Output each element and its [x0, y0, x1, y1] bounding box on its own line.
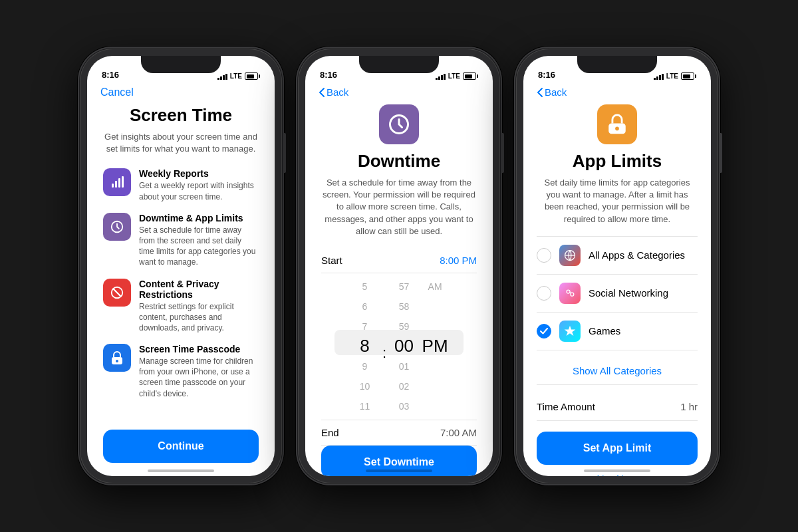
radio-all-apps[interactable]: [537, 248, 551, 263]
svg-point-11: [615, 127, 619, 131]
picker-hours[interactable]: 5 6 7 8 9 10 11: [350, 277, 380, 416]
all-apps-label: All Apps & Categories: [589, 249, 685, 261]
picker-min-00: 00: [394, 337, 414, 356]
all-apps-icon: [559, 245, 581, 266]
picker-pm: PM: [422, 337, 448, 356]
phone-screen-time: 8:16 LTE Cancel Screen Time Get insights…: [78, 47, 284, 485]
downtime-large-icon: [379, 104, 419, 144]
picker-min-57: 57: [399, 277, 410, 296]
phone-screen-3: 8:16 LTE Back: [523, 56, 711, 476]
svg-point-14: [567, 290, 570, 293]
home-indicator-2: [366, 469, 432, 472]
start-label: Start: [321, 255, 342, 266]
social-label: Social Networking: [589, 287, 668, 299]
picker-min-02: 02: [399, 377, 410, 396]
status-time-2: 8:16: [320, 70, 337, 80]
signal-bars-1: [217, 72, 227, 80]
continue-button[interactable]: Continue: [103, 430, 259, 463]
feature-passcode: Screen Time Passcode Manage screen time …: [103, 344, 259, 399]
picker-minutes[interactable]: 57 58 59 00 01 02 03: [389, 277, 419, 416]
notch-2: [359, 56, 439, 73]
status-icons-1: LTE: [217, 72, 260, 80]
content-privacy-icon: [103, 279, 131, 307]
start-time-row: Start 8:00 PM: [321, 248, 477, 273]
status-icons-3: LTE: [654, 72, 696, 80]
picker-colon: :: [382, 326, 386, 362]
weekly-reports-icon: [103, 168, 131, 196]
content-privacy-desc: Restrict settings for explicit content, …: [139, 301, 259, 334]
status-time-1: 8:16: [102, 70, 119, 80]
feature-content-text: Content & Privacy Restrictions Restrict …: [139, 279, 259, 334]
category-games[interactable]: Games: [537, 313, 698, 350]
screen-content-1: Cancel Screen Time Get insights about yo…: [87, 82, 275, 476]
games-icon: [559, 321, 581, 342]
signal-bars-2: [436, 72, 446, 80]
phone3-body: App Limits Set daily time limits for app…: [523, 98, 711, 476]
phone-downtime: 8:16 LTE Back: [296, 47, 502, 485]
status-time-3: 8:16: [538, 70, 555, 80]
phone2-body: Downtime Set a schedule for time away fr…: [305, 98, 493, 476]
home-indicator-1: [148, 469, 214, 472]
set-app-limit-button[interactable]: Set App Limit: [537, 432, 698, 465]
feature-weekly-reports: Weekly Reports Get a weekly report with …: [103, 168, 259, 201]
downtime-page-title: Downtime: [321, 151, 477, 172]
screen-content-2: Back Downtime Set a schedule for time aw…: [305, 82, 493, 476]
battery-1: [245, 72, 260, 80]
screen-content-3: Back App Limits Set daily time limits fo…: [523, 82, 711, 476]
phone-app-limits: 8:16 LTE Back: [514, 47, 720, 485]
battery-3: [681, 72, 696, 80]
feature-weekly-text: Weekly Reports Get a weekly report with …: [139, 168, 259, 201]
phone1-body: Screen Time Get insights about your scre…: [87, 98, 275, 476]
svg-line-6: [114, 289, 121, 296]
app-limits-page-desc: Set daily time limits for app categories…: [537, 177, 698, 225]
time-picker-container[interactable]: 5 6 7 8 9 10 11 : 57 58: [321, 273, 477, 420]
back-button-3[interactable]: Back: [537, 86, 698, 98]
screen-time-desc: Get insights about your screen time and …: [103, 131, 259, 155]
home-indicator-3: [584, 469, 650, 472]
svg-point-8: [116, 360, 118, 362]
lte-label-1: LTE: [230, 72, 242, 80]
notch-1: [141, 56, 221, 73]
downtime-page-desc: Set a schedule for time away from the sc…: [321, 177, 477, 237]
battery-2: [463, 72, 478, 80]
cancel-button[interactable]: Cancel: [100, 86, 134, 98]
lte-label-3: LTE: [666, 72, 678, 80]
radio-social[interactable]: [537, 286, 551, 301]
picker-hour-6: 6: [362, 297, 368, 316]
picker-hour-5: 5: [362, 277, 368, 296]
end-value: 7:00 AM: [440, 427, 477, 438]
picker-ampm[interactable]: AM PM: [422, 277, 448, 416]
games-label: Games: [589, 325, 620, 336]
phone1-nav: Cancel: [87, 82, 275, 98]
picker-min-59: 59: [399, 317, 410, 336]
weekly-reports-title: Weekly Reports: [139, 168, 259, 179]
status-icons-2: LTE: [436, 72, 478, 80]
feature-content-privacy: Content & Privacy Restrictions Restrict …: [103, 279, 259, 334]
picker-hour-10: 10: [360, 377, 370, 396]
back-button-2[interactable]: Back: [319, 86, 479, 98]
phone3-nav: Back: [523, 82, 711, 98]
svg-rect-1: [115, 181, 117, 188]
picker-hour-11: 11: [360, 397, 370, 416]
svg-rect-3: [122, 176, 124, 188]
end-time-row: End 7:00 AM: [321, 420, 477, 446]
time-amount-value: 1 hr: [680, 401, 698, 412]
app-limits-large-icon: [597, 104, 637, 144]
notch-3: [577, 56, 657, 73]
screen-time-title: Screen Time: [103, 105, 259, 126]
phone-screen-2: 8:16 LTE Back: [305, 56, 493, 476]
show-all-categories[interactable]: Show All Categories: [537, 357, 698, 385]
phone2-nav: Back: [305, 82, 493, 98]
time-amount-label: Time Amount: [537, 401, 595, 412]
downtime-icon: [103, 213, 131, 241]
feature-downtime: Downtime & App Limits Set a schedule for…: [103, 213, 259, 268]
category-all-apps[interactable]: All Apps & Categories: [537, 237, 698, 275]
app-limits-page-title: App Limits: [537, 151, 698, 172]
passcode-title: Screen Time Passcode: [139, 344, 259, 354]
radio-games[interactable]: [537, 324, 551, 338]
time-picker[interactable]: 5 6 7 8 9 10 11 : 57 58: [321, 277, 477, 416]
picker-min-58: 58: [399, 297, 410, 316]
category-social[interactable]: Social Networking: [537, 275, 698, 313]
phone-screen-1: 8:16 LTE Cancel Screen Time Get insights…: [87, 56, 275, 476]
end-label: End: [321, 427, 339, 438]
